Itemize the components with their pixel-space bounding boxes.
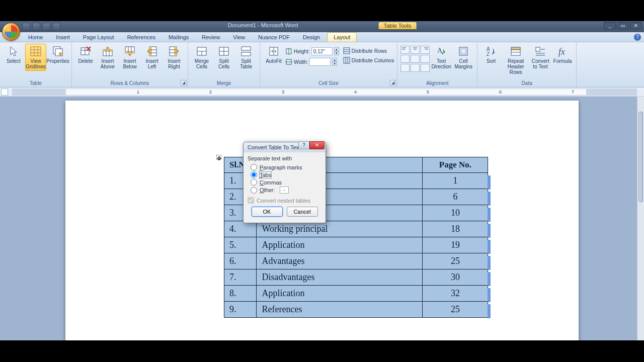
width-spinner[interactable]: ▲▼: [332, 58, 337, 66]
cell-margins-button[interactable]: CellMargins: [453, 44, 474, 71]
cell-topic[interactable]: Application: [257, 286, 423, 302]
tab-view[interactable]: View: [227, 33, 251, 42]
select-button[interactable]: Select: [3, 44, 24, 65]
insert-below-button[interactable]: InsertBelow: [119, 44, 140, 71]
cancel-button[interactable]: Cancel: [287, 207, 318, 217]
insert-left-button[interactable]: InsertLeft: [141, 44, 163, 71]
height-spinner[interactable]: ▲▼: [334, 47, 339, 55]
cell-page[interactable]: 18: [423, 221, 488, 237]
tab-home[interactable]: Home: [22, 33, 49, 42]
scrollbar-thumb[interactable]: [638, 112, 643, 202]
width-input[interactable]: [309, 58, 331, 66]
distribute-columns-button[interactable]: Distribute Columns: [343, 56, 394, 64]
autofit-button[interactable]: AutoFit: [263, 44, 284, 65]
align-tl[interactable]: [400, 46, 410, 54]
other-separator-input[interactable]: -: [280, 187, 289, 194]
dialog-close-button[interactable]: ✕: [309, 141, 325, 149]
cell-size-dialog-launcher[interactable]: ◢: [390, 80, 396, 86]
split-cells-button[interactable]: SplitCells: [213, 44, 234, 71]
vertical-scrollbar[interactable]: [637, 97, 644, 340]
dialog-titlebar[interactable]: Convert Table To Text ? ✕: [244, 142, 326, 152]
align-tr[interactable]: [421, 46, 430, 54]
minimize-button[interactable]: _: [604, 22, 616, 29]
table-move-handle[interactable]: ✥: [216, 155, 221, 160]
radio-paragraph-marks[interactable]: Paragraph marks: [248, 163, 321, 171]
cell-slno[interactable]: 8.: [224, 286, 257, 302]
cell-page[interactable]: 25: [423, 253, 488, 269]
tab-references[interactable]: References: [121, 33, 162, 42]
split-table-button[interactable]: SplitTable: [235, 44, 257, 71]
cell-slno[interactable]: 9.: [224, 302, 257, 318]
qat-save[interactable]: [22, 23, 30, 31]
cell-topic[interactable]: Disadvantages: [257, 269, 423, 286]
maximize-button[interactable]: ▭: [617, 22, 629, 29]
close-button[interactable]: ✕: [630, 22, 642, 29]
cell-page[interactable]: 1: [423, 173, 488, 189]
align-bc[interactable]: [411, 64, 420, 72]
insert-left-icon: [146, 45, 158, 57]
height-input[interactable]: 0.12": [311, 47, 333, 55]
insert-right-button[interactable]: InsertRight: [164, 44, 185, 71]
text-direction-button[interactable]: A TextDirection: [431, 44, 452, 71]
cell-slno[interactable]: 7.: [224, 269, 257, 286]
table-row[interactable]: 6.Advantages25: [224, 253, 488, 269]
align-tc[interactable]: [411, 46, 420, 54]
cell-page[interactable]: 19: [423, 237, 488, 253]
office-button[interactable]: [2, 23, 20, 41]
cell-topic[interactable]: Working principal: [257, 221, 423, 237]
align-ml[interactable]: [400, 55, 410, 63]
cell-page[interactable]: 32: [423, 286, 488, 302]
table-row[interactable]: 7.Disadvantages30: [224, 269, 488, 286]
convert-to-text-button[interactable]: Convertto Text: [530, 44, 551, 71]
tab-review[interactable]: Review: [196, 33, 226, 42]
properties-button[interactable]: Properties: [47, 44, 68, 65]
svg-rect-14: [103, 50, 112, 52]
ok-button[interactable]: OK: [252, 207, 283, 217]
radio-other[interactable]: Other:-: [248, 186, 321, 194]
tab-mailings[interactable]: Mailings: [163, 33, 195, 42]
cell-topic[interactable]: References: [257, 302, 423, 318]
delete-button[interactable]: Delete: [75, 44, 96, 65]
cell-page[interactable]: 6: [423, 189, 488, 205]
align-mc[interactable]: [411, 55, 420, 63]
cell-slno[interactable]: 5.: [224, 237, 257, 253]
radio-commas[interactable]: Commas: [248, 178, 321, 186]
cell-page[interactable]: 10: [423, 205, 488, 221]
cell-topic[interactable]: Application: [257, 237, 423, 253]
merge-cells-button[interactable]: MergeCells: [191, 44, 212, 71]
dialog-help-button[interactable]: ?: [298, 141, 309, 149]
align-br[interactable]: [421, 64, 430, 72]
formula-button[interactable]: fx Formula: [552, 44, 573, 65]
help-button[interactable]: ?: [634, 34, 641, 41]
insert-above-button[interactable]: InsertAbove: [97, 44, 118, 71]
cell-slno[interactable]: 6.: [224, 253, 257, 269]
tab-page-layout[interactable]: Page Layout: [77, 33, 120, 42]
qat-redo[interactable]: [42, 23, 50, 31]
horizontal-ruler[interactable]: 1234567: [12, 88, 637, 96]
rows-cols-dialog-launcher[interactable]: ◢: [181, 80, 187, 86]
table-row[interactable]: 9.References25: [224, 302, 488, 318]
cell-topic[interactable]: Advantages: [257, 253, 423, 269]
tab-insert[interactable]: Insert: [50, 33, 76, 42]
cell-slno[interactable]: 4.: [224, 221, 257, 237]
group-merge: MergeCells SplitCells SplitTable Merge: [188, 42, 260, 87]
th-page[interactable]: Page No.: [423, 157, 488, 173]
table-row[interactable]: 4.Working principal18: [224, 221, 488, 237]
align-bl[interactable]: [400, 64, 410, 72]
tab-selector[interactable]: [1, 88, 8, 96]
qat-customize[interactable]: [52, 23, 60, 31]
tab-design[interactable]: Design: [297, 33, 326, 42]
radio-tabs[interactable]: Tabs: [248, 171, 321, 178]
distribute-rows-button[interactable]: Distribute Rows: [343, 47, 394, 55]
qat-undo[interactable]: [32, 23, 40, 31]
sort-button[interactable]: AZ Sort: [480, 44, 502, 65]
repeat-header-rows-button[interactable]: RepeatHeader Rows: [503, 44, 529, 76]
align-mr[interactable]: [421, 55, 430, 63]
cell-page[interactable]: 30: [423, 269, 488, 286]
tab-layout[interactable]: Layout: [327, 32, 357, 42]
tab-nuance-pdf[interactable]: Nuance PDF: [252, 33, 296, 42]
table-row[interactable]: 8.Application32: [224, 286, 488, 302]
cell-page[interactable]: 25: [423, 302, 488, 318]
view-gridlines-button[interactable]: ViewGridlines: [25, 44, 46, 71]
table-row[interactable]: 5.Application19: [224, 237, 488, 253]
